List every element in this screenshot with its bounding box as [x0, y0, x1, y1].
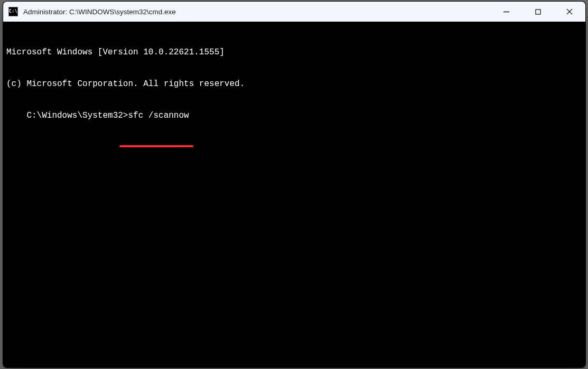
terminal-area[interactable]: Microsoft Windows [Version 10.0.22621.15… — [3, 22, 585, 367]
window-title: Administrator: C:\WINDOWS\system32\cmd.e… — [23, 8, 490, 16]
cmd-window: C:\ Administrator: C:\WINDOWS\system32\c… — [3, 1, 586, 368]
annotation-underline — [119, 145, 193, 147]
terminal-prompt: C:\Windows\System32> — [26, 111, 128, 120]
close-button[interactable] — [554, 2, 585, 22]
svg-rect-1 — [536, 10, 540, 14]
terminal-output-line: (c) Microsoft Corporation. All rights re… — [3, 79, 585, 89]
minimize-button[interactable] — [490, 2, 522, 22]
window-controls — [490, 2, 585, 22]
titlebar[interactable]: C:\ Administrator: C:\WINDOWS\system32\c… — [3, 2, 585, 22]
cmd-icon: C:\ — [8, 7, 18, 16]
minimize-icon — [503, 9, 509, 15]
terminal-command: sfc /scannow — [128, 111, 189, 120]
close-icon — [566, 8, 573, 15]
maximize-icon — [535, 9, 541, 15]
terminal-prompt-line: C:\Windows\System32>sfc /scannow — [23, 110, 189, 142]
maximize-button[interactable] — [522, 2, 554, 22]
terminal-output-line: Microsoft Windows [Version 10.0.22621.15… — [3, 47, 585, 58]
